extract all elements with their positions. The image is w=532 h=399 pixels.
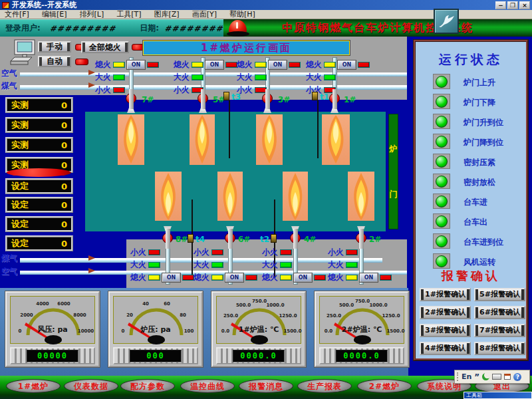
punctuation-icon[interactable]: ”: [474, 374, 479, 380]
status-lamp: [433, 114, 450, 129]
menu-item-edit[interactable]: 编辑[E]: [42, 9, 67, 19]
separator-ellipse: [7, 168, 71, 177]
green-lamp-icon: [436, 196, 448, 207]
app-icon: [2, 2, 9, 9]
maximize-button[interactable]: ❐: [507, 1, 518, 9]
status-item-label: 密封放松: [464, 177, 495, 188]
measured-box: 实测0: [5, 97, 73, 113]
gauge-face: 0 20 40 60 80 100 炉压: pa: [113, 296, 198, 344]
setpoint-box[interactable]: 设定0: [5, 235, 73, 251]
menu-item-screen[interactable]: 画面[Y]: [192, 9, 217, 19]
state-indicator: [245, 275, 257, 281]
measured-label: 实测: [11, 139, 29, 151]
gauge-tick: 6000: [57, 301, 70, 307]
status-lamp: [433, 174, 450, 189]
burner-control-column-4: 小火 大火 熄火ON: [260, 247, 334, 282]
big-fire-indicator: [324, 74, 336, 80]
status-item-label: 炉门降到位: [464, 137, 503, 148]
thermocouple-icon: [271, 234, 277, 243]
toolbox-window[interactable]: 工具箱: [464, 392, 532, 399]
nav-button-recipe-params[interactable]: 配方参数: [120, 379, 175, 393]
nav-button-instrument-data[interactable]: 仪表数据: [64, 379, 118, 393]
flameout-label: 熄火: [304, 59, 322, 70]
gauge-readout-strip: 000: [113, 347, 198, 364]
alarm-confirm-button-1[interactable]: 1#报警确认: [420, 288, 471, 301]
alarm-confirm-button-5[interactable]: 5#报警确认: [474, 288, 525, 301]
big-fire-label: 大火: [304, 72, 322, 83]
close-button[interactable]: ×: [519, 1, 530, 9]
burner-valve: [198, 93, 208, 104]
language-label[interactable]: En: [462, 372, 471, 381]
gauge-tick: 1000.0: [266, 303, 284, 308]
date-label: 日期:: [140, 23, 159, 34]
nav-button-production-report[interactable]: 生产报表: [297, 379, 352, 393]
nav-button-temp-curve[interactable]: 温控曲线: [180, 379, 235, 393]
setpoint-box[interactable]: 设定0: [5, 197, 73, 213]
small-fire-indicator: [346, 249, 358, 255]
on-button[interactable]: ON: [338, 61, 356, 69]
gauge-unit: ℃: [373, 325, 382, 334]
gauge-lcd: 000: [130, 350, 182, 362]
flame-panel: [256, 114, 283, 165]
burner-id-label: 7#: [142, 95, 154, 104]
flame-panel: [217, 172, 243, 221]
flameout-indicator: [211, 275, 223, 281]
menu-item-file[interactable]: 文件[F]: [5, 9, 29, 19]
big-fire-label: 大火: [326, 259, 344, 271]
burner-id-label: 4#: [304, 235, 316, 244]
on-button[interactable]: ON: [205, 61, 223, 69]
flame-panel: [118, 114, 144, 165]
auto-button[interactable]: 自动: [38, 56, 71, 67]
manual-button[interactable]: 手动: [38, 41, 71, 53]
grip-handle-icon[interactable]: [457, 372, 459, 381]
on-button[interactable]: ON: [127, 61, 145, 69]
burner-valve: [356, 233, 366, 243]
small-fire-indicator: [148, 249, 160, 255]
nav-button-furnace-1[interactable]: 1#燃炉: [6, 379, 61, 393]
gauge-tick: 2000: [20, 313, 33, 318]
burner-id-label: 8#: [176, 235, 188, 244]
thermocouple-icon: [188, 234, 194, 243]
small-fire-label: 小火: [326, 247, 344, 258]
help-icon[interactable]: ?: [513, 373, 521, 381]
on-button[interactable]: ON: [162, 273, 180, 282]
big-fire-label: 大火: [93, 72, 111, 83]
gauge-readout-strip: 0000.0: [319, 347, 404, 364]
softkeyboard-moon-icon[interactable]: [482, 373, 489, 380]
alarm-confirm-button-7[interactable]: 7#报警确认: [474, 324, 525, 337]
burner-control-column-2: 小火 大火 熄火ON: [326, 247, 400, 282]
menu-item-help[interactable]: 帮助[H]: [229, 9, 255, 19]
menu-item-arrange[interactable]: 排列[L]: [79, 9, 104, 19]
setpoint-box[interactable]: 设定0: [5, 216, 73, 232]
minimize-button[interactable]: −: [495, 1, 506, 9]
status-item-label: 密封压紧: [464, 157, 495, 168]
burner-valve: [162, 233, 173, 243]
alarm-confirm-button-6[interactable]: 6#报警确认: [474, 306, 525, 319]
gauge-unit: pa: [57, 325, 67, 334]
setpoint-label: 设定: [11, 237, 29, 249]
toolbar-window-icon[interactable]: [504, 374, 511, 380]
nav-button-alarm-messages[interactable]: 报警消息: [239, 379, 293, 393]
on-button[interactable]: ON: [225, 273, 243, 282]
menu-item-library[interactable]: 图库[Z]: [154, 9, 180, 19]
alarm-confirm-button-3[interactable]: 3#报警确认: [420, 324, 471, 337]
alarm-confirm-button-2[interactable]: 2#报警确认: [420, 306, 471, 319]
keyboard-icon[interactable]: [492, 374, 501, 380]
all-flameout-button[interactable]: 全部熄火: [81, 41, 129, 53]
alarm-confirm-button-4[interactable]: 4#报警确认: [420, 342, 471, 355]
alarm-confirm-button-8[interactable]: 8#报警确认: [474, 342, 525, 355]
gauge-furnace-pressure: 0 20 40 60 80 100 炉压: pa 000: [108, 291, 203, 367]
setpoint-box[interactable]: 设定0: [5, 178, 73, 194]
menu-item-tools[interactable]: 工具[T]: [116, 9, 141, 19]
gauge-tick: 8000: [73, 313, 86, 318]
flame-panel: [348, 172, 374, 221]
burner-valve: [290, 233, 301, 243]
nav-button-furnace-2[interactable]: 2#燃炉: [357, 379, 412, 393]
on-button[interactable]: ON: [294, 273, 312, 282]
gauge-tick: 40: [142, 301, 149, 307]
gauge-label: 1#炉温:: [239, 325, 267, 334]
on-button[interactable]: ON: [360, 273, 378, 282]
on-button[interactable]: ON: [269, 61, 287, 69]
small-fire-label: 小火: [172, 84, 190, 96]
green-lamp-icon: [436, 136, 448, 148]
